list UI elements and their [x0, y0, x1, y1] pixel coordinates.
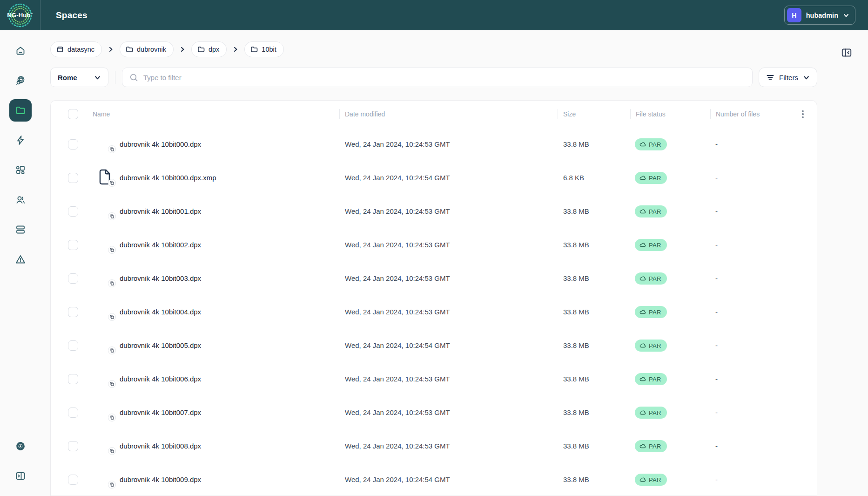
- file-name: dubrovnik 4k 10bit001.dpx: [120, 207, 201, 215]
- file-name: dubrovnik 4k 10bit003.dpx: [120, 274, 201, 282]
- cloud-icon: [639, 343, 646, 348]
- status-badge: PAR: [635, 407, 667, 419]
- select-all-checkbox[interactable]: [68, 109, 78, 119]
- sidebar-item-spaces[interactable]: [0, 95, 40, 125]
- column-header-files[interactable]: Number of files: [716, 110, 760, 118]
- sidebar: [0, 30, 40, 496]
- sidebar-item-alerts[interactable]: [0, 245, 40, 274]
- sidebar-item-activity[interactable]: [0, 125, 40, 155]
- row-checkbox[interactable]: [68, 340, 78, 351]
- row-checkbox[interactable]: [68, 139, 78, 149]
- cloud-icon: [639, 477, 646, 482]
- copies-overlay-icon: [108, 179, 116, 187]
- app-logo[interactable]: NG-Hub™: [0, 0, 40, 30]
- gear-icon: [15, 441, 26, 452]
- table-body: dubrovnik 4k 10bit000.dpx Wed, 24 Jan 20…: [51, 128, 817, 496]
- right-panel-toggle[interactable]: [838, 44, 855, 61]
- chevron-right-icon: [232, 46, 239, 53]
- sidebar-item-discover[interactable]: [0, 66, 40, 95]
- lightning-icon: [15, 135, 26, 146]
- cloud-icon: [639, 209, 646, 214]
- folder-icon: [126, 46, 133, 53]
- scope-select[interactable]: Rome: [50, 68, 108, 87]
- sidebar-item-users[interactable]: [0, 185, 40, 215]
- file-size: 33.8 MB: [563, 308, 589, 316]
- stacked-rows-icon: [15, 224, 26, 235]
- row-checkbox[interactable]: [68, 374, 78, 384]
- file-date-modified: Wed, 24 Jan 2024, 10:24:53 GMT: [345, 274, 450, 282]
- row-checkbox[interactable]: [68, 441, 78, 451]
- sidebar-item-storage[interactable]: [0, 215, 40, 245]
- status-badge: PAR: [635, 440, 667, 452]
- row-checkbox[interactable]: [68, 475, 78, 485]
- sidebar-item-home[interactable]: [0, 36, 40, 66]
- row-checkbox[interactable]: [68, 408, 78, 418]
- column-header-status[interactable]: File status: [636, 110, 666, 118]
- file-date-modified: Wed, 24 Jan 2024, 10:24:53 GMT: [345, 408, 450, 416]
- file-count: -: [715, 408, 718, 416]
- header-divider: [710, 109, 711, 119]
- column-header-size[interactable]: Size: [563, 110, 576, 118]
- file-size: 33.8 MB: [563, 341, 589, 349]
- file-table: Name Date modified Size File status Numb…: [50, 100, 817, 496]
- file-count: -: [715, 207, 718, 215]
- table-row[interactable]: dubrovnik 4k 10bit000.dpx Wed, 24 Jan 20…: [51, 128, 817, 161]
- table-header: Name Date modified Size File status Numb…: [51, 101, 817, 128]
- row-checkbox[interactable]: [68, 206, 78, 217]
- status-text: PAR: [649, 275, 661, 282]
- row-checkbox[interactable]: [68, 307, 78, 317]
- file-name: dubrovnik 4k 10bit007.dpx: [120, 408, 201, 416]
- table-options-kebab-icon[interactable]: [797, 109, 808, 120]
- file-icon-cell: [97, 169, 117, 187]
- file-date-modified: Wed, 24 Jan 2024, 10:24:53 GMT: [345, 241, 450, 249]
- table-row[interactable]: dubrovnik 4k 10bit004.dpx Wed, 24 Jan 20…: [51, 295, 817, 329]
- search-input[interactable]: [143, 74, 745, 82]
- user-name: hubadmin: [806, 12, 838, 19]
- chevron-down-icon: [94, 74, 101, 81]
- sidebar-item-settings[interactable]: [0, 431, 40, 461]
- status-text: PAR: [649, 409, 661, 416]
- copies-overlay-icon: [108, 347, 116, 354]
- file-date-modified: Wed, 24 Jan 2024, 10:24:53 GMT: [345, 308, 450, 316]
- table-row[interactable]: dubrovnik 4k 10bit001.dpx Wed, 24 Jan 20…: [51, 195, 817, 228]
- table-row[interactable]: dubrovnik 4k 10bit005.dpx Wed, 24 Jan 20…: [51, 329, 817, 362]
- table-row[interactable]: dubrovnik 4k 10bit009.dpx Wed, 24 Jan 20…: [51, 463, 817, 496]
- sidebar-item-jobs[interactable]: [0, 155, 40, 185]
- column-header-name[interactable]: Name: [93, 110, 110, 118]
- table-row[interactable]: dubrovnik 4k 10bit000.dpx.xmp Wed, 24 Ja…: [51, 161, 817, 195]
- breadcrumb-item-10bit[interactable]: 10bit: [244, 41, 283, 57]
- file-icon-cell: [97, 236, 117, 254]
- table-row[interactable]: dubrovnik 4k 10bit008.dpx Wed, 24 Jan 20…: [51, 429, 817, 463]
- status-text: PAR: [649, 476, 661, 483]
- status-badge: PAR: [635, 172, 667, 184]
- filters-button[interactable]: Filters: [759, 68, 817, 87]
- status-badge: PAR: [635, 205, 667, 217]
- file-size: 33.8 MB: [563, 241, 589, 249]
- row-checkbox[interactable]: [68, 273, 78, 284]
- file-count: -: [715, 241, 718, 249]
- file-date-modified: Wed, 24 Jan 2024, 10:24:54 GMT: [345, 341, 450, 349]
- user-menu[interactable]: H hubadmin: [784, 6, 855, 25]
- column-header-date[interactable]: Date modified: [345, 110, 385, 118]
- table-row[interactable]: dubrovnik 4k 10bit002.dpx Wed, 24 Jan 20…: [51, 228, 817, 262]
- table-row[interactable]: dubrovnik 4k 10bit006.dpx Wed, 24 Jan 20…: [51, 362, 817, 396]
- folder-icon: [197, 46, 205, 53]
- file-name: dubrovnik 4k 10bit000.dpx: [120, 140, 201, 148]
- chevron-down-icon: [803, 74, 810, 81]
- breadcrumb-item-dubrovnik[interactable]: dubrovnik: [120, 41, 174, 57]
- sidebar-collapse-toggle[interactable]: [0, 461, 40, 491]
- row-checkbox[interactable]: [68, 240, 78, 250]
- file-status-cell: PAR: [635, 306, 667, 318]
- active-item-tile: [9, 99, 32, 122]
- file-count: -: [715, 375, 718, 383]
- file-count: -: [715, 174, 718, 182]
- status-text: PAR: [649, 242, 661, 249]
- file-icon-cell: [97, 303, 117, 321]
- row-checkbox[interactable]: [68, 173, 78, 183]
- table-row[interactable]: dubrovnik 4k 10bit007.dpx Wed, 24 Jan 20…: [51, 396, 817, 429]
- file-name: dubrovnik 4k 10bit004.dpx: [120, 308, 201, 316]
- table-row[interactable]: dubrovnik 4k 10bit003.dpx Wed, 24 Jan 20…: [51, 262, 817, 295]
- breadcrumb-item-datasync[interactable]: datasync: [50, 41, 102, 57]
- cloud-icon: [639, 410, 646, 415]
- breadcrumb-item-dpx[interactable]: dpx: [191, 41, 227, 57]
